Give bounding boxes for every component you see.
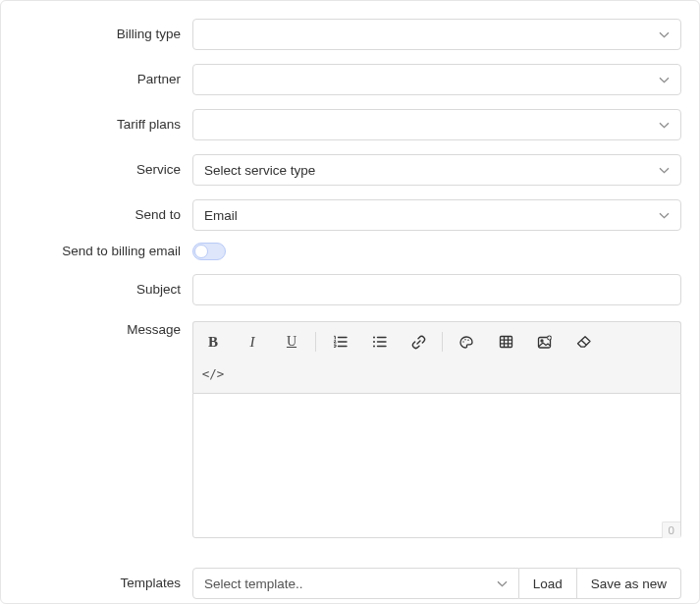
editor-toolbar: B I U bbox=[192, 321, 681, 393]
label-templates: Templates bbox=[19, 575, 192, 592]
ordered-list-button[interactable] bbox=[320, 326, 359, 357]
toggle-knob bbox=[194, 245, 208, 258]
save-as-new-button[interactable]: Save as new bbox=[577, 568, 681, 599]
label-send-to-billing-email: Send to billing email bbox=[19, 243, 192, 260]
row-templates: Templates Select template.. Load Save as… bbox=[19, 568, 681, 599]
tariff-plans-select[interactable] bbox=[192, 109, 681, 140]
label-partner: Partner bbox=[19, 71, 192, 88]
send-to-select[interactable]: Email bbox=[192, 199, 681, 231]
label-send-to: Send to bbox=[19, 206, 192, 224]
svg-point-4 bbox=[464, 339, 465, 340]
billing-type-select[interactable] bbox=[192, 19, 681, 50]
bold-button[interactable]: B bbox=[193, 326, 233, 357]
row-billing-type: Billing type bbox=[19, 19, 681, 50]
send-to-billing-email-toggle[interactable] bbox=[192, 243, 226, 260]
load-button[interactable]: Load bbox=[519, 568, 577, 599]
subject-input[interactable] bbox=[192, 274, 681, 305]
partner-select[interactable] bbox=[192, 64, 681, 95]
svg-point-8 bbox=[541, 340, 543, 342]
svg-point-3 bbox=[462, 341, 463, 342]
form-card: Billing type Partner Tariff plans Servic… bbox=[0, 0, 700, 604]
row-subject: Subject bbox=[19, 274, 681, 305]
templates-value: Select template.. bbox=[204, 577, 303, 591]
chevron-down-icon bbox=[659, 31, 670, 38]
unordered-list-button[interactable] bbox=[359, 326, 399, 357]
label-billing-type: Billing type bbox=[19, 26, 192, 43]
link-button[interactable] bbox=[399, 326, 438, 357]
send-to-value: Email bbox=[204, 208, 238, 223]
svg-point-5 bbox=[467, 339, 468, 340]
row-send-to: Send to Email bbox=[19, 199, 681, 231]
label-message: Message bbox=[19, 321, 192, 339]
message-editor[interactable]: 0 bbox=[192, 393, 681, 538]
underline-button[interactable]: U bbox=[272, 326, 311, 357]
row-message: Message B I U bbox=[19, 321, 681, 538]
row-service: Service Select service type bbox=[19, 154, 681, 186]
chevron-down-icon bbox=[659, 122, 670, 129]
color-button[interactable] bbox=[447, 326, 486, 357]
toolbar-divider bbox=[442, 332, 443, 352]
chevron-down-icon bbox=[659, 77, 670, 83]
toolbar-divider bbox=[315, 332, 316, 352]
label-service: Service bbox=[19, 161, 192, 179]
service-value: Select service type bbox=[204, 163, 315, 178]
chevron-down-icon bbox=[497, 580, 508, 587]
label-tariff-plans: Tariff plans bbox=[19, 116, 192, 134]
service-select[interactable]: Select service type bbox=[192, 154, 681, 186]
code-view-button[interactable]: </> bbox=[193, 357, 233, 389]
table-button[interactable] bbox=[486, 326, 525, 357]
row-send-to-billing-email: Send to billing email bbox=[19, 243, 681, 260]
svg-rect-6 bbox=[500, 337, 512, 348]
label-subject: Subject bbox=[19, 281, 192, 299]
chevron-down-icon bbox=[659, 212, 670, 219]
image-button[interactable] bbox=[525, 326, 565, 357]
svg-point-1 bbox=[373, 341, 375, 343]
italic-button[interactable]: I bbox=[233, 326, 272, 357]
eraser-button[interactable] bbox=[565, 326, 604, 357]
templates-select[interactable]: Select template.. bbox=[192, 568, 519, 599]
svg-point-2 bbox=[373, 346, 375, 348]
row-tariff-plans: Tariff plans bbox=[19, 109, 681, 140]
chevron-down-icon bbox=[659, 167, 670, 174]
char-counter: 0 bbox=[662, 522, 680, 538]
svg-point-0 bbox=[373, 337, 375, 339]
row-partner: Partner bbox=[19, 64, 681, 95]
